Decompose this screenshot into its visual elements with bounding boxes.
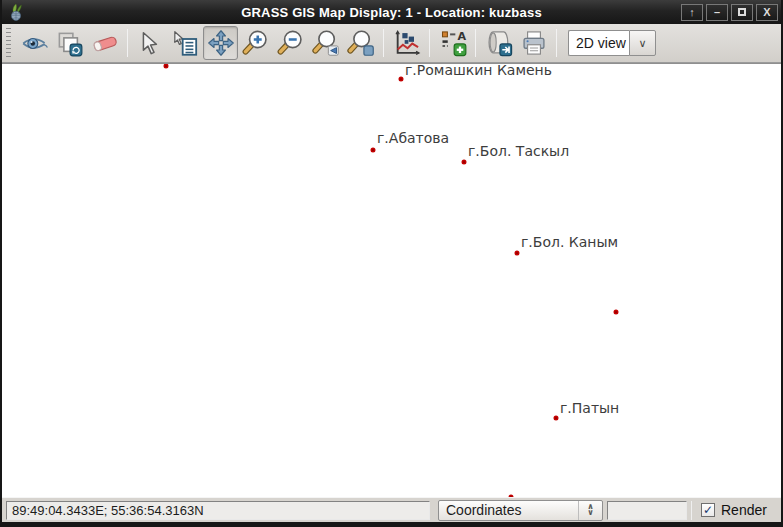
map-point <box>515 251 520 256</box>
minimize-icon: – <box>714 7 720 18</box>
display-map-button[interactable] <box>17 26 52 60</box>
render-map-button[interactable] <box>52 26 87 60</box>
pan-button[interactable] <box>203 26 238 60</box>
statusbar-mode-select[interactable]: Coordinates ∧ ∨ <box>438 500 603 521</box>
statusbar-divider <box>691 501 692 520</box>
progress-placeholder <box>607 501 687 520</box>
check-icon: ✓ <box>703 504 713 516</box>
map-point <box>399 77 404 82</box>
minimize-button[interactable]: – <box>706 4 728 21</box>
maximize-icon <box>738 8 746 16</box>
zoom-in-button[interactable] <box>238 26 273 60</box>
eraser-icon <box>91 29 119 57</box>
spinner-chevrons-icon[interactable]: ∧ ∨ <box>578 501 602 520</box>
query-raster-vector-button[interactable] <box>168 26 203 60</box>
statusbar-mode-value: Coordinates <box>439 501 578 520</box>
zoom-back-button[interactable] <box>308 26 343 60</box>
zoom-out-icon <box>277 29 305 57</box>
zoom-extent-icon <box>347 29 375 57</box>
render-layers-icon <box>56 30 83 57</box>
view-mode-dropdown[interactable]: 2D view ∨ <box>568 30 656 56</box>
zoom-in-icon <box>242 29 270 57</box>
render-checkbox[interactable]: ✓ <box>701 503 715 517</box>
statusbar: 89:49:04.3433E; 55:36:54.3163N Coordinat… <box>2 497 781 522</box>
printer-icon <box>520 29 548 57</box>
map-point-label: г.Патын <box>560 400 619 416</box>
maximize-button[interactable] <box>731 4 753 21</box>
view-mode-value: 2D view <box>568 30 629 56</box>
add-map-elements-button[interactable]: A <box>435 26 470 60</box>
analyze-map-button[interactable] <box>389 26 424 60</box>
shade-icon: ↑ <box>689 7 695 18</box>
map-point <box>614 310 619 315</box>
window-title: GRASS GIS Map Display: 1 - Location: kuz… <box>2 5 781 20</box>
chevron-down-icon: ∨ <box>587 510 594 516</box>
titlebar[interactable]: GRASS GIS Map Display: 1 - Location: kuz… <box>2 0 781 24</box>
svg-text:A: A <box>457 30 466 43</box>
map-point-label: г.Ромашкин Камень <box>405 63 552 78</box>
map-toolbar: A <box>2 24 781 63</box>
print-display-button[interactable] <box>516 26 551 60</box>
toolbar-separator <box>429 29 430 57</box>
map-canvas[interactable]: г.Ромашкин Каменьг.Абатоваг.Бол. Таскылг… <box>2 63 781 497</box>
add-overlay-icon: A <box>439 29 467 57</box>
pointer-button[interactable] <box>133 26 168 60</box>
save-display-button[interactable] <box>481 26 516 60</box>
coordinate-text: 89:49:04.3433E; 55:36:54.3163N <box>12 503 204 518</box>
grass-map-display-window: GRASS GIS Map Display: 1 - Location: kuz… <box>0 0 783 527</box>
zoom-back-icon <box>312 29 340 57</box>
shade-button[interactable]: ↑ <box>681 4 703 21</box>
chevron-down-icon[interactable]: ∨ <box>629 30 656 56</box>
map-point-label: г.Бол. Таскыл <box>468 143 569 159</box>
pointer-arrow-icon <box>138 30 164 56</box>
profile-analysis-icon <box>393 29 421 57</box>
zoom-out-button[interactable] <box>273 26 308 60</box>
map-point-label: г.Абатова <box>377 130 449 146</box>
map-point <box>462 160 467 165</box>
map-point <box>371 148 376 153</box>
map-point <box>164 64 169 69</box>
toolbar-grip[interactable] <box>6 28 11 58</box>
map-point-label: г.Бол. Каным <box>521 234 618 250</box>
close-button[interactable]: X <box>756 4 778 21</box>
coordinate-display: 89:49:04.3433E; 55:36:54.3163N <box>6 501 430 520</box>
eye-icon <box>21 30 48 57</box>
render-label: Render <box>721 502 767 518</box>
toolbar-separator <box>475 29 476 57</box>
map-point <box>509 495 514 498</box>
toolbar-separator <box>127 29 128 57</box>
map-point <box>554 416 559 421</box>
toolbar-separator <box>383 29 384 57</box>
grass-gis-logo-icon <box>7 3 25 22</box>
erase-display-button[interactable] <box>87 26 122 60</box>
window-controls: ↑ – X <box>681 4 778 21</box>
render-toggle[interactable]: ✓ Render <box>701 502 767 518</box>
zoom-to-extent-button[interactable] <box>343 26 378 60</box>
close-icon: X <box>763 7 770 18</box>
toolbar-separator <box>556 29 557 57</box>
pan-arrows-icon <box>207 29 235 57</box>
save-to-file-icon <box>485 29 513 57</box>
query-icon <box>172 30 199 57</box>
